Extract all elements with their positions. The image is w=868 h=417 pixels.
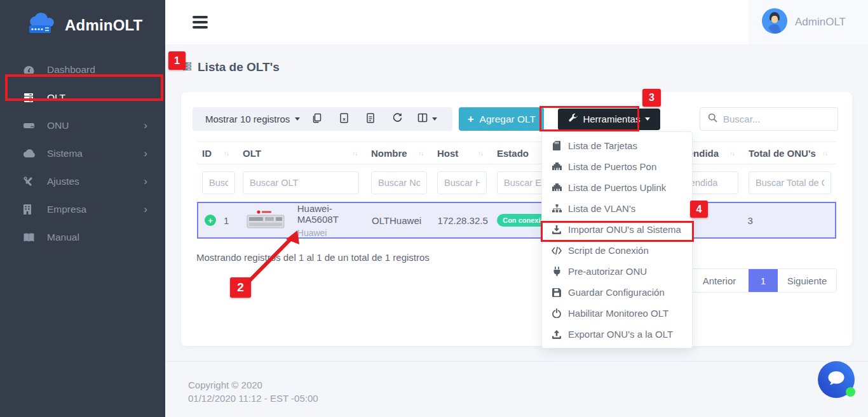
annotation-badge-step3: 3 bbox=[642, 89, 661, 107]
sidebar-item-label: Ajustes bbox=[47, 176, 79, 187]
caret-down-icon bbox=[432, 117, 437, 121]
cloud-icon bbox=[23, 148, 37, 159]
menu-item-exportar-onus[interactable]: Exportar ONU's a la OLT bbox=[542, 324, 692, 345]
refresh-icon bbox=[392, 112, 403, 126]
copyright-text: Copyright © 2020 bbox=[188, 378, 868, 392]
menu-item-puertos-pon[interactable]: Lista de Puertos Pon bbox=[542, 156, 692, 177]
chevron-right-icon: › bbox=[144, 147, 147, 160]
menu-item-lista-vlans[interactable]: Lista de VLAN's bbox=[542, 198, 692, 219]
filter-olt-input[interactable] bbox=[243, 171, 359, 194]
annotation-arrow bbox=[226, 225, 308, 292]
sidebar-item-label: Empresa bbox=[47, 204, 86, 215]
add-olt-button[interactable]: + Agregar OLT bbox=[459, 107, 544, 131]
sort-icon: ↑↓ bbox=[418, 150, 423, 157]
save-icon bbox=[551, 288, 562, 297]
sort-icon: ↑↓ bbox=[822, 150, 827, 157]
table-toolbar: Mostrar 10 registros x bbox=[193, 107, 838, 131]
menu-item-puertos-uplink[interactable]: Lista de Puertos Uplink bbox=[542, 177, 692, 198]
show-entries-select[interactable]: Mostrar 10 registros bbox=[201, 114, 304, 124]
file-icon bbox=[366, 113, 375, 126]
add-olt-label: Agregar OLT bbox=[480, 114, 536, 125]
olt-table: ID↑↓ OLT↑↓ Nombre↑↓ Host↑↓ Estado↑↓ Tiem… bbox=[197, 142, 836, 239]
show-entries-label: Mostrar 10 registros bbox=[205, 114, 290, 124]
adminolt-app: AdminOLT Dashboard OLT ONU › bbox=[0, 0, 868, 417]
olt-model: Huawei-MA5608T bbox=[297, 203, 367, 225]
column-header-total-onus[interactable]: Total de ONU's↑↓ bbox=[743, 148, 836, 159]
search-icon bbox=[708, 113, 717, 125]
sidebar-item-onu[interactable]: ONU › bbox=[0, 112, 165, 140]
device-icon bbox=[23, 120, 37, 131]
sidebar-item-ajustes[interactable]: Ajustes › bbox=[0, 168, 165, 195]
refresh-button[interactable] bbox=[384, 107, 410, 131]
table-filter-row bbox=[197, 164, 836, 202]
pagination: Anterior 1 Siguiente bbox=[689, 268, 837, 293]
sort-icon: ↑↓ bbox=[478, 150, 483, 157]
sidebar-item-sistema[interactable]: Sistema › bbox=[0, 140, 165, 168]
row-total-onus: 3 bbox=[743, 215, 835, 226]
filter-id-input[interactable] bbox=[202, 171, 235, 194]
menu-item-pre-autorizar[interactable]: Pre-autorizar ONU bbox=[542, 261, 692, 282]
menu-item-habilitar-monitoreo[interactable]: Habilitar Monitoreo OLT bbox=[542, 303, 692, 324]
avatar bbox=[762, 8, 787, 36]
pagination-next-button[interactable]: Siguiente bbox=[778, 269, 836, 292]
annotation-box-importar bbox=[541, 221, 694, 242]
file-export-button[interactable] bbox=[357, 107, 384, 131]
annotation-box-olt-menu bbox=[5, 74, 163, 101]
menu-item-lista-tarjetas[interactable]: Lista de Tarjetas bbox=[542, 135, 692, 156]
pagination-prev-button[interactable]: Anterior bbox=[690, 269, 749, 292]
building-icon bbox=[23, 204, 37, 215]
caret-down-icon bbox=[645, 117, 650, 121]
code-icon bbox=[551, 247, 562, 255]
sd-card-icon bbox=[551, 141, 562, 150]
annotation-badge-step1: 1 bbox=[168, 51, 186, 70]
annotation-badge-step4: 4 bbox=[690, 201, 708, 218]
search-input[interactable] bbox=[723, 114, 830, 124]
sidebar-item-empresa[interactable]: Empresa › bbox=[0, 195, 165, 223]
columns-icon bbox=[417, 113, 428, 125]
column-header-olt[interactable]: OLT↑↓ bbox=[238, 148, 366, 159]
caret-down-icon bbox=[295, 117, 300, 121]
upload-icon bbox=[551, 330, 562, 339]
sidebar-item-manual[interactable]: Manual bbox=[0, 223, 165, 251]
filter-nombre-input[interactable] bbox=[371, 171, 427, 194]
pagination-current-page[interactable]: 1 bbox=[749, 269, 778, 292]
column-header-host[interactable]: Host↑↓ bbox=[432, 148, 492, 159]
sidebar-item-label: Manual bbox=[47, 232, 79, 243]
chat-widget-button[interactable] bbox=[818, 361, 855, 398]
datatable-button-group: Mostrar 10 registros x bbox=[193, 107, 452, 131]
book-icon bbox=[23, 232, 37, 243]
row-host: 172.28.32.5 bbox=[433, 215, 492, 226]
sidebar: AdminOLT Dashboard OLT ONU › bbox=[0, 0, 165, 417]
expand-row-icon[interactable]: + bbox=[205, 215, 216, 226]
user-name: AdminOLT bbox=[795, 16, 846, 29]
brand-logo-icon bbox=[25, 13, 58, 38]
user-menu[interactable]: AdminOLT bbox=[748, 0, 868, 44]
topbar: AdminOLT bbox=[165, 0, 868, 45]
column-header-id[interactable]: ID↑↓ bbox=[197, 148, 238, 159]
copy-button[interactable] bbox=[304, 107, 330, 131]
table-header-row: ID↑↓ OLT↑↓ Nombre↑↓ Host↑↓ Estado↑↓ Tiem… bbox=[197, 142, 836, 164]
footer: Copyright © 2020 01/12/2020 11:12 - EST … bbox=[165, 361, 868, 405]
menu-item-script-conexion[interactable]: Script de Conexión bbox=[542, 240, 692, 261]
row-nombre: OLTHuawei bbox=[367, 215, 433, 226]
column-header-nombre[interactable]: Nombre↑↓ bbox=[366, 148, 432, 159]
online-status-dot bbox=[846, 387, 855, 397]
excel-export-button[interactable]: x bbox=[330, 107, 357, 131]
brand[interactable]: AdminOLT bbox=[0, 0, 165, 50]
filter-host-input[interactable] bbox=[437, 171, 487, 194]
hamburger-menu-icon[interactable] bbox=[193, 16, 208, 31]
filter-total-input[interactable] bbox=[749, 171, 831, 194]
row-id: 1 bbox=[224, 215, 229, 226]
table-search bbox=[700, 107, 838, 131]
excel-icon: x bbox=[339, 113, 349, 126]
page-title: Lista de OLT's bbox=[198, 60, 280, 74]
sort-icon: ↑↓ bbox=[224, 150, 229, 157]
sort-icon: ↑↓ bbox=[352, 150, 357, 157]
column-visibility-button[interactable] bbox=[410, 107, 444, 131]
ethernet-icon bbox=[551, 183, 562, 192]
annotation-box-herramientas bbox=[539, 106, 639, 131]
chevron-right-icon: › bbox=[144, 203, 147, 216]
sitemap-icon bbox=[551, 204, 562, 213]
plus-icon: + bbox=[468, 113, 474, 126]
menu-item-guardar-configuracion[interactable]: Guardar Configuración bbox=[542, 282, 692, 303]
